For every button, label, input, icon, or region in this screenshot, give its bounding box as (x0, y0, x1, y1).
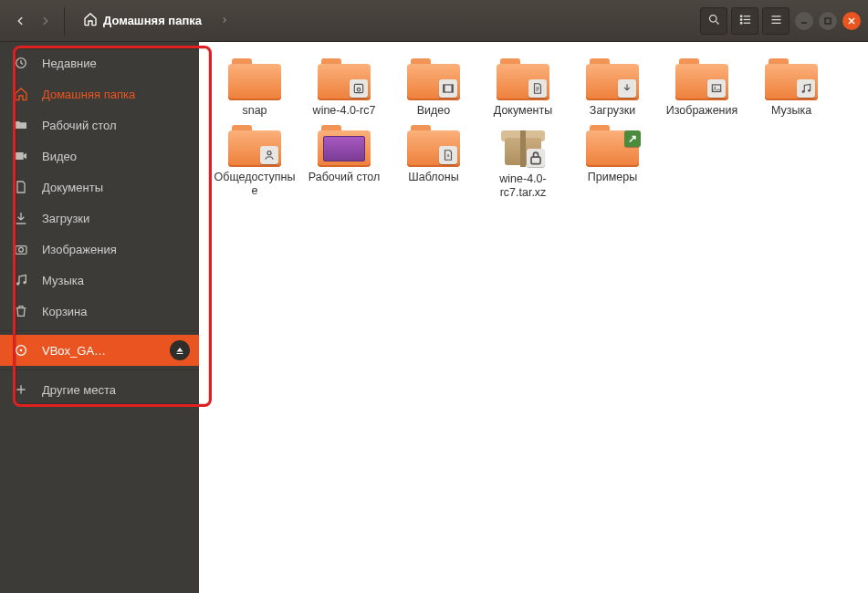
list-view-icon (738, 13, 752, 29)
file-label: Шаблоны (408, 171, 458, 184)
icon-grid: snapwine-4.0-rc7ВидеоДокументыЗагрузкиИз… (212, 58, 855, 200)
sidebar-item-vbox-disk[interactable]: VBox_GA… (0, 335, 199, 366)
plus-icon (13, 382, 29, 397)
svg-point-24 (808, 89, 810, 92)
home-icon (83, 12, 103, 29)
sidebar-item-label: Рабочий стол (42, 119, 117, 132)
file-item[interactable]: Музыка (748, 58, 834, 118)
separator (64, 7, 65, 35)
svg-rect-5 (739, 22, 742, 25)
svg-point-13 (23, 281, 26, 284)
file-label: wine-4.0-rc7.tar.xz (482, 172, 564, 200)
svg-rect-2 (743, 16, 750, 16)
maximize-button[interactable] (819, 12, 837, 30)
svg-text:a: a (447, 152, 450, 158)
file-item[interactable]: Примеры (570, 125, 655, 200)
svg-rect-6 (743, 22, 750, 23)
content-area[interactable]: snapwine-4.0-rc7ВидеоДокументыЗагрузкиИз… (199, 42, 868, 593)
music-icon (13, 273, 29, 287)
folder-public-icon (228, 125, 281, 167)
folder-icon (13, 118, 29, 132)
file-item[interactable]: aШаблоны (391, 125, 476, 200)
svg-rect-4 (743, 18, 750, 19)
svg-rect-19 (444, 85, 445, 92)
sidebar-item-label: Музыка (42, 274, 84, 287)
sidebar-item-label: Корзина (42, 305, 88, 318)
sidebar-item-other-places[interactable]: Другие места (0, 374, 199, 405)
forward-button[interactable] (33, 8, 58, 34)
folder-docs-icon (497, 58, 549, 100)
file-label: Музыка (771, 104, 811, 118)
folder-downloads-icon (586, 58, 639, 100)
svg-rect-3 (739, 18, 742, 21)
close-button[interactable] (842, 12, 861, 30)
svg-point-11 (19, 247, 24, 252)
file-label: snap (242, 104, 267, 118)
svg-rect-20 (452, 85, 454, 92)
sidebar-item-label: VBox_GA… (42, 344, 106, 358)
sidebar-item-music[interactable]: Музыка (0, 265, 199, 296)
sidebar-item-label: Домашняя папка (42, 88, 135, 101)
folder-disk-icon (318, 58, 371, 100)
sidebar-item-trash[interactable]: Корзина (0, 296, 199, 327)
svg-point-15 (20, 349, 23, 352)
file-item[interactable]: Общедоступные (212, 125, 298, 200)
file-label: Документы (494, 104, 552, 118)
divider (0, 330, 199, 331)
file-label: Общедоступные (214, 171, 296, 198)
minimize-button[interactable] (795, 12, 813, 30)
sidebar-item-documents[interactable]: Документы (0, 172, 199, 203)
sidebar-item-downloads[interactable]: Загрузки (0, 203, 199, 234)
file-item[interactable]: Документы (480, 58, 566, 118)
sidebar-item-videos[interactable]: Видео (0, 140, 199, 172)
chevron-right-icon (214, 14, 235, 27)
file-label: Видео (417, 104, 451, 118)
file-item[interactable]: Загрузки (570, 58, 655, 118)
file-label: wine-4.0-rc7 (313, 104, 376, 118)
home-icon (13, 87, 29, 101)
file-manager-window: Домашняя папка (0, 0, 868, 593)
disc-icon (13, 343, 29, 358)
eject-button[interactable] (170, 340, 190, 360)
file-item[interactable]: Видео (391, 58, 476, 118)
file-item[interactable]: snap (212, 58, 298, 118)
svg-rect-9 (16, 152, 24, 160)
download-icon (13, 211, 29, 225)
folder-video-icon (407, 58, 460, 100)
document-icon (13, 180, 29, 194)
svg-point-17 (357, 88, 361, 91)
svg-rect-7 (825, 18, 831, 24)
sidebar-item-label: Недавние (42, 57, 97, 70)
path-segment-home[interactable]: Домашняя папка (70, 7, 214, 35)
folder-desktop-icon (318, 125, 371, 167)
file-item[interactable]: Рабочий стол (301, 125, 387, 200)
search-button[interactable] (700, 7, 727, 35)
sidebar-item-label: Другие места (42, 383, 116, 397)
sidebar-item-label: Видео (42, 150, 77, 163)
clock-icon (13, 56, 29, 70)
search-icon (707, 13, 721, 29)
folder-templates-icon: a (407, 125, 460, 167)
sidebar-item-pictures[interactable]: Изображения (0, 234, 199, 265)
file-label: Примеры (588, 171, 637, 184)
svg-point-0 (709, 15, 716, 22)
menu-button[interactable] (762, 7, 790, 35)
folder-link-icon (586, 125, 639, 167)
sidebar-item-label: Изображения (42, 243, 117, 256)
sidebar-item-label: Документы (42, 181, 103, 194)
view-toggle-button[interactable] (731, 7, 758, 35)
file-item[interactable]: Изображения (659, 58, 745, 118)
folder-icon (228, 58, 281, 100)
hamburger-icon (769, 13, 783, 29)
svg-point-23 (802, 90, 805, 93)
camera-icon (13, 242, 29, 256)
sidebar-item-home[interactable]: Домашняя папка (0, 78, 199, 109)
headerbar: Домашняя папка (0, 0, 868, 42)
back-button[interactable] (7, 8, 33, 34)
sidebar-item-desktop[interactable]: Рабочий стол (0, 109, 199, 140)
sidebar-item-recent[interactable]: Недавние (0, 47, 199, 78)
svg-rect-27 (531, 157, 540, 164)
file-label: Изображения (666, 104, 738, 118)
file-item[interactable]: wine-4.0-rc7 (301, 58, 387, 118)
file-item[interactable]: wine-4.0-rc7.tar.xz (480, 125, 566, 200)
